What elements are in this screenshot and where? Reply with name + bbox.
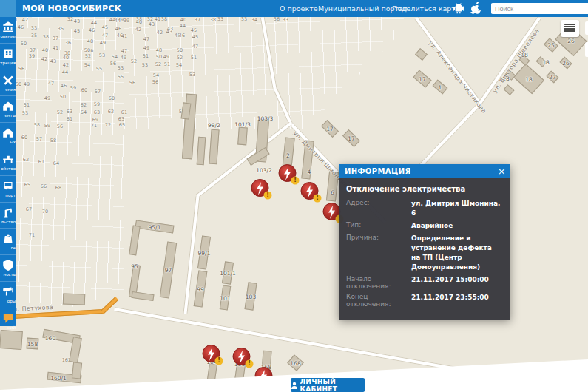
parcel-label: 65: [119, 122, 125, 128]
clipped-control[interactable]: [585, 21, 588, 35]
building: [415, 48, 428, 61]
building-label: 101/1: [220, 270, 236, 277]
outage-marker[interactable]: !: [251, 179, 271, 199]
sidebar-item-registration[interactable]: страция: [0, 43, 16, 70]
android-icon[interactable]: [453, 2, 464, 15]
sidebar-item-improvement[interactable]: ойство: [0, 149, 16, 175]
parcel-label: 51: [143, 53, 149, 59]
parcel-label: 48: [156, 47, 162, 53]
sidebar-item-label: енты: [4, 113, 16, 118]
parcel-label: 49: [143, 45, 149, 51]
parcel-label: 33: [217, 16, 223, 22]
alert-badge: !: [291, 177, 300, 185]
building: [504, 84, 515, 95]
info-popup-header: ИНФОРМАЦИЯ ×: [339, 164, 510, 178]
parcel-label: 43: [50, 58, 56, 64]
close-icon[interactable]: ×: [498, 164, 506, 178]
person-icon: [291, 382, 297, 389]
parcel-label: 68: [55, 185, 61, 191]
sidebar-item-trade[interactable]: га: [0, 228, 16, 254]
sidebar-item-construction[interactable]: льство: [0, 202, 16, 229]
sidebar-item-documents[interactable]: енты: [0, 95, 16, 122]
sidebar-item-leisure[interactable]: ых: [0, 122, 16, 149]
sidebar-item-outages[interactable]: ения: [0, 70, 16, 96]
parcel-label: 43: [166, 29, 172, 35]
info-row-label: Адрес:: [346, 199, 411, 218]
outage-marker[interactable]: !: [278, 164, 298, 184]
sidebar-item-cameras[interactable]: оры: [0, 281, 16, 308]
sidebar-item-transport[interactable]: порт: [0, 175, 16, 202]
parcel-label: 40: [42, 47, 48, 53]
parcel-label: 38: [161, 16, 167, 22]
building-label: 26: [567, 37, 575, 44]
parcel-label: 46: [115, 26, 121, 32]
parcel-label: 56: [152, 79, 158, 85]
sidebar-item-safety[interactable]: ность: [0, 254, 16, 281]
parcel-label: 50: [16, 81, 21, 87]
building-label: 1: [439, 84, 442, 90]
education-icon: [2, 21, 14, 33]
parcel-label: 46: [18, 24, 24, 30]
cameras-icon: [2, 285, 14, 297]
safety-icon: [2, 259, 14, 271]
parcel-label: 64: [81, 109, 87, 115]
parcel-label: 44: [62, 70, 68, 75]
building: [197, 137, 206, 166]
info-row-value: Аварийное: [411, 221, 503, 231]
parcel-label: 45: [191, 27, 197, 33]
parcel-label: 47: [143, 36, 149, 42]
parcel-label: 53: [22, 110, 28, 116]
parcel-label: 55: [118, 74, 124, 80]
building-label: 18: [542, 58, 550, 65]
building-label: 17: [419, 75, 426, 82]
building-label: 101/3: [234, 121, 251, 128]
building-label: 99/2: [208, 121, 220, 128]
parcel-label: 71: [29, 232, 35, 238]
parcel-label: 58: [50, 138, 56, 143]
trade-icon: [2, 232, 14, 244]
alert-badge: !: [215, 357, 223, 365]
building: [72, 362, 82, 379]
search-input[interactable]: [491, 3, 588, 14]
parcel-label: 42: [157, 30, 163, 36]
parcel-label: 59: [94, 101, 100, 107]
info-row-label: Начало отключения:: [346, 275, 411, 290]
info-row-value: Определение и устранение дефекта на ТП (…: [411, 234, 503, 272]
parcel-label: 57: [36, 136, 42, 142]
clipped-control[interactable]: [585, 42, 588, 57]
layers-button[interactable]: [561, 20, 579, 37]
parcel-label: 60: [81, 87, 87, 93]
parcel-label: 52: [177, 55, 183, 61]
parcel-label: 56: [18, 66, 24, 72]
parcel-label: 63: [118, 116, 124, 122]
top-header-bar: МОЙ НОВОСИБИРСК О проектеМуниципальный п…: [0, 0, 588, 17]
account-button[interactable]: ЛИЧНЫЙ КАБИНЕТ: [291, 378, 365, 392]
info-row-value: 21.11.2017 15:00:00: [411, 275, 503, 290]
parcel-label: 60: [109, 95, 115, 101]
parcel-label: 42: [63, 62, 69, 68]
parcel-label: 56: [129, 80, 135, 86]
sidebar-item-discussions[interactable]: ний: [0, 308, 16, 334]
apple-icon[interactable]: [470, 2, 481, 15]
outage-marker[interactable]: !: [300, 182, 320, 202]
site-logo[interactable]: [0, 0, 16, 17]
alert-badge: !: [314, 195, 322, 203]
building-label: 4: [308, 169, 311, 175]
parcel-label: 47: [192, 44, 198, 50]
sidebar-item-education[interactable]: ование: [0, 17, 16, 43]
parcel-label: 49: [163, 54, 169, 60]
building: [237, 127, 248, 146]
building: [132, 291, 155, 301]
outage-marker[interactable]: !: [232, 348, 252, 368]
nav-link-1[interactable]: О проекте: [280, 0, 318, 17]
parcel-label: 47: [102, 33, 108, 38]
parcel-label: 47: [121, 48, 127, 54]
sidebar-item-label: страция: [0, 61, 16, 65]
construction-icon: [2, 206, 14, 218]
street-label: ул. Александра Чистякова: [427, 40, 487, 115]
info-row: Тип:Аварийное: [346, 221, 503, 231]
parcel-label: 72: [105, 122, 111, 128]
outage-marker[interactable]: !: [202, 345, 222, 365]
documents-icon: [2, 100, 14, 112]
parcel-label: 52: [85, 53, 91, 59]
